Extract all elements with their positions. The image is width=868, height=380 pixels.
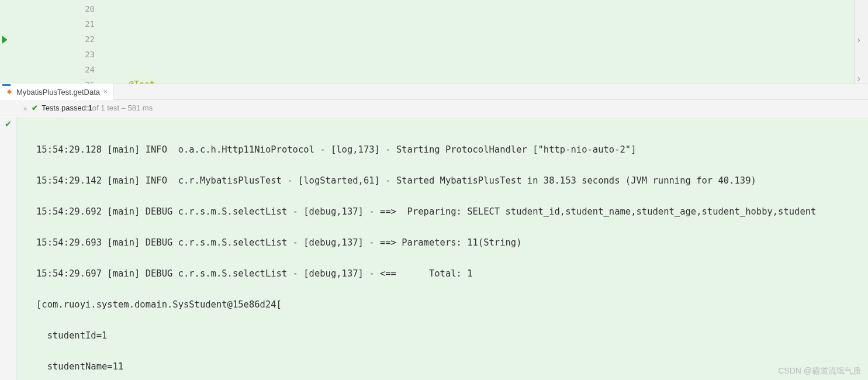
tests-passed-count: 1 <box>88 103 92 112</box>
check-icon[interactable]: ✔ <box>0 119 16 129</box>
chevron-right-icon[interactable]: › <box>857 35 860 44</box>
tab-label: MybatisPlusTest.getData <box>16 88 100 96</box>
code-editor[interactable]: 20 21 22 23 24 25 @Test public void getD… <box>0 0 868 84</box>
watermark: CSDN @霸道流氓气质 <box>778 366 861 376</box>
console-line: studentName=11 <box>36 359 868 375</box>
console-line: [com.ruoyi.system.domain.SysStudent@15e8… <box>36 297 868 313</box>
check-icon: ✔ <box>32 103 38 112</box>
line-number: 21 <box>0 16 95 32</box>
test-tab-icon <box>6 88 13 95</box>
active-tab-indicator <box>2 84 11 86</box>
close-icon[interactable]: × <box>103 88 108 96</box>
run-tab-bar: MybatisPlusTest.getData × <box>0 84 868 100</box>
line-number: 22 <box>0 32 95 47</box>
line-gutter: 20 21 22 23 24 25 <box>0 0 99 84</box>
editor-right-gutter: › › <box>854 0 868 84</box>
console-line: studentId=1 <box>36 328 868 344</box>
console-output[interactable]: 15:54:29.128 [main] INFO o.a.c.h.Http11N… <box>16 117 868 380</box>
console-line: 15:54:29.692 [main] DEBUG c.r.s.m.S.sele… <box>36 204 868 220</box>
tests-passed-label: Tests passed: <box>42 103 88 112</box>
run-tab[interactable]: MybatisPlusTest.getData × <box>0 84 114 100</box>
line-number: 24 <box>0 62 95 77</box>
line-number: 23 <box>0 47 95 62</box>
code-line <box>129 32 854 47</box>
chevron-right-icon[interactable]: › <box>857 74 860 83</box>
tool-strip: ✔ <box>0 117 16 380</box>
console-line: 15:54:29.693 [main] DEBUG c.r.s.m.S.sele… <box>36 235 868 251</box>
line-number: 20 <box>0 1 95 16</box>
chevron-right-icon[interactable]: » <box>23 105 27 112</box>
console-line: 15:54:29.697 [main] DEBUG c.r.s.m.S.sele… <box>36 266 868 282</box>
console-line: 15:54:29.142 [main] INFO c.r.MybatisPlus… <box>36 173 868 189</box>
console-line: 15:54:29.128 [main] INFO o.a.c.h.Http11N… <box>36 142 868 158</box>
code-content[interactable]: @Test public void getData() { SysStudent… <box>99 0 854 84</box>
